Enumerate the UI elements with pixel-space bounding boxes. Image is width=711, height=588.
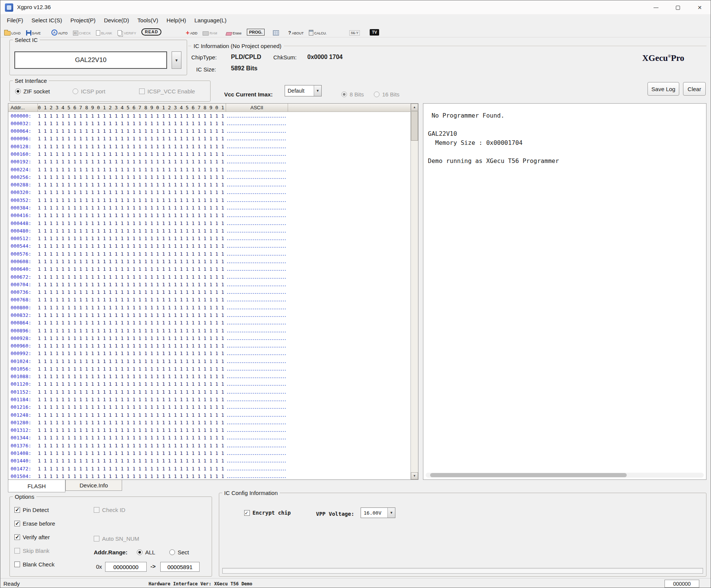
toolbar-verify-button[interactable]: VERIFY [117,27,137,36]
hex-row-bits[interactable]: 1 1 1 1 1 1 1 1 1 1 1 1 1 1 1 1 1 1 1 1 … [38,282,226,287]
hex-row-bits[interactable]: 1 1 1 1 1 1 1 1 1 1 1 1 1 1 1 1 1 1 1 1 … [38,297,226,303]
close-button[interactable]: ✕ [689,0,711,15]
8-bits-radio[interactable]: 8 Bits [341,91,364,98]
horizontal-scrollbar-thumb[interactable] [430,473,627,477]
tab-flash[interactable]: FLASH [8,480,65,492]
erase-before-checkbox[interactable]: Erase before [14,520,55,527]
vpp-voltage-dropdown[interactable]: 16.00V ▼ [361,507,395,518]
addr-range-from-input[interactable] [105,562,147,572]
hex-row-bits[interactable]: 1 1 1 1 1 1 1 1 1 1 1 1 1 1 1 1 1 1 1 1 … [38,374,226,379]
toolbar-erase-button[interactable]: Erase [225,27,242,36]
hex-row-bits[interactable]: 1 1 1 1 1 1 1 1 1 1 1 1 1 1 1 1 1 1 1 1 … [38,167,226,172]
hex-row-bits[interactable]: 1 1 1 1 1 1 1 1 1 1 1 1 1 1 1 1 1 1 1 1 … [38,251,226,257]
hex-row-bits[interactable]: 1 1 1 1 1 1 1 1 1 1 1 1 1 1 1 1 1 1 1 1 … [38,443,226,448]
zif-socket-radio[interactable]: ZIF socket [15,88,50,95]
tab-device-info[interactable]: Device.Info [65,480,122,491]
16-bits-radio[interactable]: 16 Bits [374,91,400,98]
minimize-button[interactable] [645,0,667,15]
vertical-scrollbar-thumb[interactable] [411,111,418,141]
hex-row-bits[interactable]: 1 1 1 1 1 1 1 1 1 1 1 1 1 1 1 1 1 1 1 1 … [38,182,226,188]
menu-help[interactable]: Help(H) [163,16,191,25]
hex-row-bits[interactable]: 1 1 1 1 1 1 1 1 1 1 1 1 1 1 1 1 1 1 1 1 … [38,328,226,334]
hex-row-bits[interactable]: 1 1 1 1 1 1 1 1 1 1 1 1 1 1 1 1 1 1 1 1 … [38,358,226,364]
vertical-scrollbar[interactable]: ▲ ▼ [410,104,418,479]
hex-row-bits[interactable]: 1 1 1 1 1 1 1 1 1 1 1 1 1 1 1 1 1 1 1 1 … [38,136,226,141]
toolbar-read-button[interactable]: READ [141,27,162,36]
hex-row-bits[interactable]: 1 1 1 1 1 1 1 1 1 1 1 1 1 1 1 1 1 1 1 1 … [38,458,226,464]
hex-row-bits[interactable]: 1 1 1 1 1 1 1 1 1 1 1 1 1 1 1 1 1 1 1 1 … [38,420,226,425]
toolbar-prog-button[interactable]: PROG. [246,27,265,36]
menu-tools[interactable]: Tools(V) [133,16,163,25]
hex-row-bits[interactable]: 1 1 1 1 1 1 1 1 1 1 1 1 1 1 1 1 1 1 1 1 … [38,427,226,433]
hex-row-bits[interactable]: 1 1 1 1 1 1 1 1 1 1 1 1 1 1 1 1 1 1 1 1 … [38,144,226,149]
vcc-current-dropdown[interactable]: Default ▼ [285,85,322,96]
hex-row-bits[interactable]: 1 1 1 1 1 1 1 1 1 1 1 1 1 1 1 1 1 1 1 1 … [38,305,226,310]
hex-row-bits[interactable]: 1 1 1 1 1 1 1 1 1 1 1 1 1 1 1 1 1 1 1 1 … [38,189,226,195]
pin-detect-checkbox[interactable]: Pin Detect [14,507,49,513]
hex-row-bits[interactable]: 1 1 1 1 1 1 1 1 1 1 1 1 1 1 1 1 1 1 1 1 … [38,236,226,241]
toolbar-calcu-button[interactable]: CALCU. [308,27,327,36]
toolbar-tv-button[interactable]: TV [369,27,380,36]
hex-row-bits[interactable]: 1 1 1 1 1 1 1 1 1 1 1 1 1 1 1 1 1 1 1 1 … [38,220,226,226]
clear-button[interactable]: Clear [683,82,706,96]
maximize-button[interactable] [667,0,689,15]
hex-row-bits[interactable]: 1 1 1 1 1 1 1 1 1 1 1 1 1 1 1 1 1 1 1 1 … [38,366,226,372]
hex-row-bits[interactable]: 1 1 1 1 1 1 1 1 1 1 1 1 1 1 1 1 1 1 1 1 … [38,289,226,295]
menu-project[interactable]: Project(P) [66,16,100,25]
hex-row-bits[interactable]: 1 1 1 1 1 1 1 1 1 1 1 1 1 1 1 1 1 1 1 1 … [38,404,226,410]
check-id-checkbox[interactable]: Check ID [94,507,125,513]
hex-row-bits[interactable]: 1 1 1 1 1 1 1 1 1 1 1 1 1 1 1 1 1 1 1 1 … [38,151,226,157]
hex-row-bits[interactable]: 1 1 1 1 1 1 1 1 1 1 1 1 1 1 1 1 1 1 1 1 … [38,128,226,134]
toolbar-add-button[interactable]: ADD [185,27,198,36]
horizontal-scrollbar[interactable] [426,473,704,478]
hex-row-bits[interactable]: 1 1 1 1 1 1 1 1 1 1 1 1 1 1 1 1 1 1 1 1 … [38,266,226,272]
auto-sn-num-checkbox[interactable]: Auto SN_NUM [94,535,139,542]
addr-range-all-radio[interactable]: ALL [137,549,155,555]
menu-device[interactable]: Device(D) [100,16,133,25]
ic-combobox-dropdown-button[interactable]: ▼ [172,51,181,69]
toolbar-pins-button[interactable]: 8&-Y [349,27,361,36]
hex-row-bits[interactable]: 1 1 1 1 1 1 1 1 1 1 1 1 1 1 1 1 1 1 1 1 … [38,381,226,387]
hex-row-bits[interactable]: 1 1 1 1 1 1 1 1 1 1 1 1 1 1 1 1 1 1 1 1 … [38,228,226,234]
menu-file[interactable]: File(F) [3,16,27,25]
hex-row-bits[interactable]: 1 1 1 1 1 1 1 1 1 1 1 1 1 1 1 1 1 1 1 1 … [38,205,226,211]
menu-select-ic[interactable]: Select IC(S) [27,16,66,25]
icsp-vcc-enable-checkbox[interactable]: ICSP_VCC Enable [139,88,195,95]
toolbar-save-button[interactable]: SAVE [25,27,42,36]
hex-row-bits[interactable]: 1 1 1 1 1 1 1 1 1 1 1 1 1 1 1 1 1 1 1 1 … [38,213,226,218]
encrypt-chip-checkbox[interactable]: Encrypt chip [244,510,291,516]
hex-row-bits[interactable]: 1 1 1 1 1 1 1 1 1 1 1 1 1 1 1 1 1 1 1 1 … [38,121,226,126]
hex-grid[interactable]: 000000:1 1 1 1 1 1 1 1 1 1 1 1 1 1 1 1 1… [8,112,410,479]
hex-row-bits[interactable]: 1 1 1 1 1 1 1 1 1 1 1 1 1 1 1 1 1 1 1 1 … [38,343,226,349]
hex-row-bits[interactable]: 1 1 1 1 1 1 1 1 1 1 1 1 1 1 1 1 1 1 1 1 … [38,397,226,402]
menu-language[interactable]: Language(L) [190,16,231,25]
hex-row-bits[interactable]: 1 1 1 1 1 1 1 1 1 1 1 1 1 1 1 1 1 1 1 1 … [38,450,226,456]
scroll-down-button[interactable]: ▼ [411,472,418,479]
hex-row-bits[interactable]: 1 1 1 1 1 1 1 1 1 1 1 1 1 1 1 1 1 1 1 1 … [38,473,226,479]
hex-row-bits[interactable]: 1 1 1 1 1 1 1 1 1 1 1 1 1 1 1 1 1 1 1 1 … [38,412,226,418]
hex-row-bits[interactable]: 1 1 1 1 1 1 1 1 1 1 1 1 1 1 1 1 1 1 1 1 … [38,159,226,164]
hex-row-bits[interactable]: 1 1 1 1 1 1 1 1 1 1 1 1 1 1 1 1 1 1 1 1 … [38,320,226,326]
hex-row-bits[interactable]: 1 1 1 1 1 1 1 1 1 1 1 1 1 1 1 1 1 1 1 1 … [38,174,226,180]
hex-row-bits[interactable]: 1 1 1 1 1 1 1 1 1 1 1 1 1 1 1 1 1 1 1 1 … [38,113,226,119]
verify-after-checkbox[interactable]: Verify after [14,534,50,540]
toolbar-auto-button[interactable]: AUTO [51,27,68,36]
toolbar-check-button[interactable]: CHECK [72,27,92,36]
hex-row-bits[interactable]: 1 1 1 1 1 1 1 1 1 1 1 1 1 1 1 1 1 1 1 1 … [38,435,226,441]
hex-row-bits[interactable]: 1 1 1 1 1 1 1 1 1 1 1 1 1 1 1 1 1 1 1 1 … [38,197,226,203]
icsp-port-radio[interactable]: ICSP port [73,88,105,95]
hex-row-bits[interactable]: 1 1 1 1 1 1 1 1 1 1 1 1 1 1 1 1 1 1 1 1 … [38,351,226,356]
ic-combobox[interactable]: GAL22V10 [14,51,167,69]
hex-row-bits[interactable]: 1 1 1 1 1 1 1 1 1 1 1 1 1 1 1 1 1 1 1 1 … [38,259,226,264]
scroll-up-button[interactable]: ▲ [411,104,418,111]
hex-row-bits[interactable]: 1 1 1 1 1 1 1 1 1 1 1 1 1 1 1 1 1 1 1 1 … [38,243,226,249]
hex-row-bits[interactable]: 1 1 1 1 1 1 1 1 1 1 1 1 1 1 1 1 1 1 1 1 … [38,312,226,318]
skip-blank-checkbox[interactable]: Skip Blank [14,548,50,554]
addr-range-sect-radio[interactable]: Sect [169,549,189,555]
blank-check-checkbox[interactable]: Blank Check [14,561,54,568]
addr-range-to-input[interactable] [160,562,200,572]
toolbar-socket-button[interactable] [272,27,280,36]
hex-row-bits[interactable]: 1 1 1 1 1 1 1 1 1 1 1 1 1 1 1 1 1 1 1 1 … [38,466,226,472]
hex-row-bits[interactable]: 1 1 1 1 1 1 1 1 1 1 1 1 1 1 1 1 1 1 1 1 … [38,274,226,280]
toolbar-blank-button[interactable]: BLANK [95,27,113,36]
